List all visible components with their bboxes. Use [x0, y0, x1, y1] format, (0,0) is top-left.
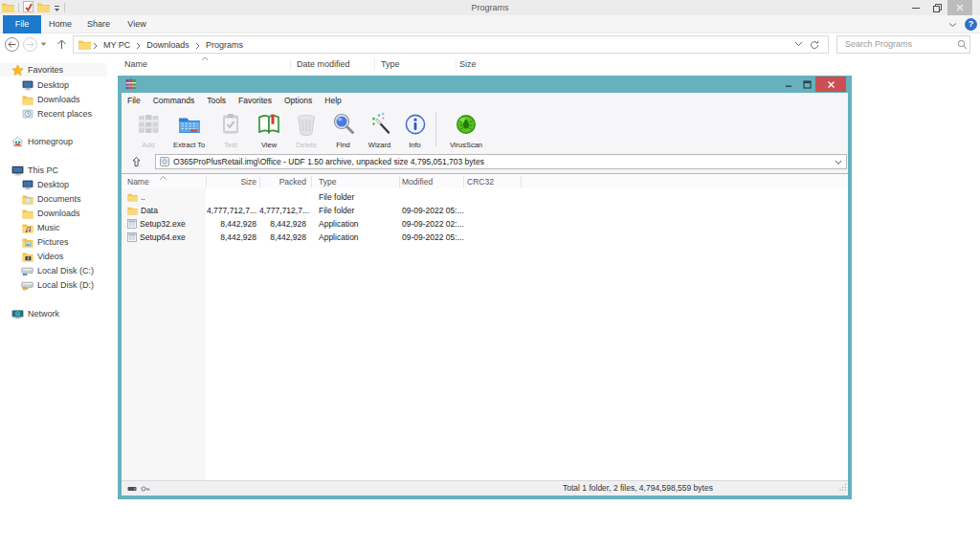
- explorer-column-date-modified[interactable]: Date modified: [297, 55, 350, 73]
- explorer-ribbon-tabs: File Home Share View ?: [0, 15, 980, 33]
- sidebar-item-homegroup[interactable]: Homegroup: [0, 135, 107, 148]
- address-dropdown-icon[interactable]: [794, 41, 803, 47]
- winrar-menu-file[interactable]: File: [127, 96, 141, 105]
- delete-icon: [287, 112, 325, 141]
- sidebar-item-label: Videos: [37, 252, 63, 261]
- explorer-minimize-button[interactable]: [905, 0, 926, 15]
- winrar-column-size[interactable]: Size: [206, 174, 256, 189]
- breadcrumb-programs[interactable]: Programs: [206, 40, 243, 50]
- quick-access-toolbar: [2, 2, 65, 13]
- qat-newfolder-icon[interactable]: [37, 0, 50, 16]
- sidebar-item-desktop[interactable]: Desktop: [0, 178, 107, 191]
- folder-videos-icon: [21, 251, 33, 263]
- search-input[interactable]: Search Programs: [836, 35, 970, 54]
- help-icon[interactable]: ?: [965, 18, 977, 31]
- sidebar-item-downloads[interactable]: Downloads: [0, 207, 107, 220]
- sidebar-item-videos[interactable]: Videos: [0, 250, 107, 263]
- winrar-column-packed[interactable]: Packed: [259, 174, 306, 189]
- ribbon-collapse-icon[interactable]: [948, 22, 957, 28]
- winrar-archive-path: O365ProPlusRetail.img\Office - UDF 1.50 …: [173, 157, 484, 166]
- view-icon: [251, 112, 287, 141]
- file-packed: 4,777,712,7...: [259, 204, 306, 217]
- toolbar-button-label: Extract To: [167, 142, 211, 149]
- sidebar-item-label: Recent places: [37, 109, 92, 119]
- qat-properties-icon[interactable]: [23, 0, 33, 16]
- up-button[interactable]: [56, 38, 67, 50]
- sidebar-item-network[interactable]: Network: [0, 307, 107, 320]
- sidebar-item-this-pc[interactable]: This PC: [0, 164, 107, 177]
- file-modified: 09-09-2022 02:...: [402, 217, 464, 231]
- sidebar-item-favorites[interactable]: Favorites: [0, 63, 107, 77]
- winrar-file-row-[interactable]: ..File folder: [122, 190, 848, 204]
- winrar-body: FileCommandsToolsFavoritesOptionsHelp Ad…: [122, 93, 848, 496]
- sidebar-item-desktop[interactable]: Desktop: [0, 78, 107, 92]
- winrar-close-button[interactable]: [815, 77, 846, 92]
- winrar-toolbar-virusscan-button[interactable]: VirusScan: [440, 112, 492, 150]
- wizard-icon: [361, 112, 398, 141]
- winrar-menu-favorites[interactable]: Favorites: [238, 96, 272, 105]
- sidebar-item-recent-places[interactable]: Recent places: [0, 107, 107, 121]
- sidebar-item-local-disk-c-[interactable]: Local Disk (C:): [0, 264, 107, 277]
- sidebar-item-local-disk-d-[interactable]: Local Disk (D:): [0, 278, 107, 292]
- status-drive-icon: [127, 485, 137, 493]
- winrar-minimize-button[interactable]: [782, 79, 795, 89]
- forward-button[interactable]: [23, 37, 37, 52]
- winrar-file-row-Data[interactable]: Data4,777,712,7...4,777,712,7...File fol…: [122, 204, 848, 217]
- search-icon[interactable]: [957, 39, 968, 50]
- winrar-file-row-Setup64exe[interactable]: Setup64.exe8,442,9288,442,928Application…: [122, 231, 848, 244]
- file-size: 4,777,712,7...: [206, 204, 256, 217]
- tab-view[interactable]: View: [121, 15, 153, 33]
- disk-d-icon: [21, 279, 33, 292]
- winrar-toolbar: AddExtract ToTestViewDeleteFindWizardInf…: [122, 108, 848, 150]
- breadcrumb-downloads[interactable]: Downloads: [146, 40, 189, 50]
- desktop-icon: [21, 79, 33, 92]
- sidebar-item-documents[interactable]: Documents: [0, 192, 107, 206]
- sidebar-item-label: Local Disk (C:): [37, 266, 94, 276]
- winrar-menu-help[interactable]: Help: [324, 96, 341, 105]
- sidebar-item-label: Downloads: [37, 95, 80, 104]
- qat-dropdown-icon[interactable]: [54, 0, 60, 16]
- winrar-toolbar-wizard-button[interactable]: Wizard: [361, 112, 398, 150]
- explorer-column-size[interactable]: Size: [459, 55, 477, 73]
- explorer-maximize-button[interactable]: [926, 0, 947, 15]
- toolbar-button-label: VirusScan: [440, 142, 492, 149]
- winrar-up-button[interactable]: [131, 156, 142, 167]
- winrar-column-name[interactable]: Name: [127, 174, 149, 189]
- tab-share[interactable]: Share: [82, 15, 115, 33]
- winrar-maximize-button[interactable]: [800, 79, 813, 89]
- explorer-column-name[interactable]: Name: [124, 55, 147, 73]
- sidebar-item-pictures[interactable]: Pictures: [0, 235, 107, 249]
- file-name: Setup64.exe: [140, 231, 186, 244]
- winrar-menu-tools[interactable]: Tools: [207, 96, 226, 105]
- winrar-menu-options[interactable]: Options: [284, 96, 312, 105]
- explorer-column-type[interactable]: Type: [381, 55, 400, 73]
- winrar-toolbar-find-button[interactable]: Find: [325, 112, 361, 150]
- winrar-menu-commands[interactable]: Commands: [153, 96, 194, 105]
- refresh-icon[interactable]: [810, 40, 819, 50]
- sidebar-item-downloads[interactable]: Downloads: [0, 93, 107, 106]
- folder-music-icon: [21, 222, 33, 234]
- toolbar-button-label: Wizard: [361, 142, 398, 149]
- winrar-archive-path-combobox[interactable]: O365ProPlusRetail.img\Office - UDF 1.50 …: [155, 154, 847, 169]
- winrar-titlebar: [118, 76, 852, 93]
- winrar-file-row-Setup32exe[interactable]: Setup32.exe8,442,9288,442,928Application…: [122, 217, 848, 231]
- explorer-close-button[interactable]: [947, 0, 972, 15]
- winrar-column-crc32[interactable]: CRC32: [467, 174, 494, 189]
- explorer-titlebar: Programs: [0, 0, 980, 15]
- back-button[interactable]: [5, 37, 19, 52]
- winrar-toolbar-view-button[interactable]: View: [251, 112, 287, 150]
- winrar-column-modified[interactable]: Modified: [402, 174, 433, 189]
- combobox-dropdown-icon[interactable]: [835, 160, 842, 165]
- winrar-toolbar-extract-to-button[interactable]: Extract To: [167, 112, 211, 150]
- sidebar-item-music[interactable]: Music: [0, 221, 107, 234]
- resize-grip[interactable]: [839, 477, 847, 495]
- winrar-column-type[interactable]: Type: [319, 174, 336, 189]
- sidebar-item-label: Network: [28, 309, 59, 319]
- address-bar[interactable]: MY PC Downloads Programs: [73, 35, 829, 54]
- tab-home[interactable]: Home: [44, 15, 77, 33]
- tab-file[interactable]: File: [3, 15, 41, 33]
- breadcrumb-mypc[interactable]: MY PC: [103, 40, 130, 50]
- winrar-toolbar-info-button[interactable]: Info: [398, 112, 432, 150]
- homegroup-icon: [11, 136, 24, 148]
- recent-locations-icon[interactable]: [40, 42, 47, 47]
